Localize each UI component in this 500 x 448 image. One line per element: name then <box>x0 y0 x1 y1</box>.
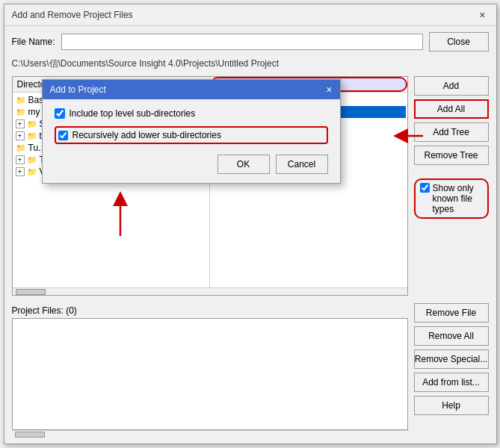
overlay-title-bar: Add to Project × <box>43 80 340 99</box>
hscrollbar[interactable] <box>13 287 407 295</box>
file-name-row: File Name: Close <box>12 32 489 52</box>
folder-icon: 📁 <box>27 167 37 177</box>
file-name-label: File Name: <box>12 37 55 47</box>
folder-icon: 📁 <box>27 119 37 129</box>
file-name-input[interactable] <box>61 34 423 50</box>
folder-icon: 📁 <box>27 155 37 165</box>
overlay-close-button[interactable]: × <box>326 84 332 96</box>
add-all-button[interactable]: Add All <box>414 99 489 119</box>
expand-icon[interactable]: + <box>16 167 25 176</box>
add-from-list-button[interactable]: Add from list... <box>414 373 489 392</box>
remove-tree-button[interactable]: Remove Tree <box>414 146 489 165</box>
overlay-ok-button[interactable]: OK <box>217 155 270 174</box>
include-top-row: Include top level sub-directories <box>55 108 328 119</box>
folder-icon: 📁 <box>16 108 26 117</box>
project-hscrollbar[interactable] <box>12 430 408 438</box>
hscroll-thumb[interactable] <box>16 289 46 295</box>
help-button[interactable]: Help <box>414 396 489 415</box>
add-button[interactable]: Add <box>414 76 489 96</box>
recursively-checkbox[interactable] <box>58 131 68 140</box>
overlay-dialog: Add to Project × Include top level sub-d… <box>42 79 341 184</box>
expand-icon[interactable]: + <box>16 131 25 140</box>
overlay-body: Include top level sub-directories Recurs… <box>43 99 340 183</box>
title-bar: Add and Remove Project Files × <box>4 4 496 26</box>
path-bar: C:\Users\信\Documents\Source Insight 4.0\… <box>12 56 489 72</box>
include-top-checkbox[interactable] <box>55 108 65 119</box>
right-panel: Add Add All Add Tree Remove Tree Show on… <box>414 76 489 296</box>
expand-icon[interactable]: + <box>16 119 25 128</box>
include-top-label: Include top level sub-directories <box>70 108 196 119</box>
overlay-cancel-button[interactable]: Cancel <box>276 155 328 174</box>
close-button[interactable]: Close <box>429 32 489 52</box>
folder-icon: 📁 <box>27 131 37 141</box>
dialog-title: Add and Remove Project Files <box>12 10 133 20</box>
project-hscroll-thumb[interactable] <box>15 432 45 438</box>
remove-all-button[interactable]: Remove All <box>414 326 489 346</box>
folder-icon: 📁 <box>16 143 26 153</box>
show-known-checkbox[interactable] <box>420 183 430 193</box>
remove-special-button[interactable]: Remove Special... <box>414 349 489 369</box>
recursively-row-highlight: Recursively add lower sub-directories <box>55 126 328 144</box>
project-right-panel: Remove File Remove All Remove Special...… <box>414 303 489 438</box>
show-known-label: Show only known file types <box>433 183 483 214</box>
show-known-wrapper: Show only known file types <box>414 178 489 219</box>
project-files-label: Project Files: (0) <box>12 303 408 318</box>
project-files-section: Project Files: (0) Remove File Remove Al… <box>12 303 489 438</box>
recursively-label: Recursively add lower sub-directories <box>72 130 221 140</box>
overlay-buttons: OK Cancel <box>55 155 328 174</box>
overlay-title-text: Add to Project <box>50 84 106 95</box>
folder-icon: 📁 <box>16 96 26 105</box>
main-close-button[interactable]: × <box>476 9 488 21</box>
main-dialog: Add and Remove Project Files × File Name… <box>4 4 497 444</box>
add-tree-button[interactable]: Add Tree <box>414 122 489 142</box>
remove-file-button[interactable]: Remove File <box>414 303 489 323</box>
expand-icon[interactable]: + <box>16 155 25 164</box>
project-files-list[interactable] <box>12 318 408 430</box>
